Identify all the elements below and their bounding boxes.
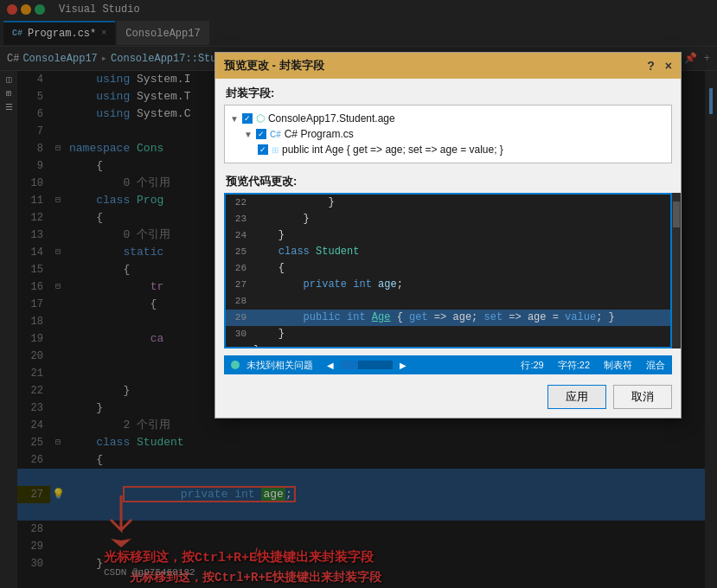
checkbox-1[interactable]: ✓ — [242, 113, 253, 124]
code-preview: 22 } 23 } 24 } 25 class Student 26 { — [224, 193, 672, 348]
cs-file-icon-2: C# — [270, 130, 281, 139]
progress-bar — [341, 361, 393, 369]
status-mode: 混合 — [646, 359, 665, 372]
preview-line-26: 26 { — [226, 260, 670, 277]
section2-label: 预览代码更改: — [215, 170, 681, 193]
cancel-button[interactable]: 取消 — [613, 385, 672, 409]
preview-line-30: 30 } — [226, 326, 670, 342]
modal-titlebar: 预览更改 - 封装字段 ? × — [215, 53, 681, 79]
modal-help-button[interactable]: ? — [647, 59, 655, 73]
preview-line-24: 24 } — [226, 227, 670, 244]
modal-status-right: 行:29 字符:22 制表符 混合 — [521, 359, 665, 372]
tree-item-1-text: ConsoleApp17.Student.age — [268, 112, 395, 125]
preview-scrollbar — [672, 193, 681, 348]
scroll-left-icon[interactable]: ◀ — [327, 361, 334, 370]
section1-label: 封装字段: — [215, 79, 681, 105]
modal-titlebar-controls: ? × — [647, 59, 672, 73]
tree-item-1: ▼ ✓ ⬡ ConsoleApp17.Student.age — [230, 111, 666, 126]
scroll-right-icon[interactable]: ▶ — [400, 361, 407, 370]
tree-item-2-text: C# Program.cs — [285, 128, 354, 140]
namespace-icon: ⬡ — [256, 112, 265, 125]
encapsulate-section: ▼ ✓ ⬡ ConsoleApp17.Student.age ▼ ✓ C# C#… — [224, 105, 672, 163]
status-encoding: 制表符 — [604, 359, 632, 372]
tree-arrow-1[interactable]: ▼ — [230, 114, 239, 124]
modal-status-bar: 未找到相关问题 ◀ ▶ 行:29 字符:22 制表符 混合 — [224, 355, 672, 374]
checkbox-3[interactable]: ✓ — [258, 144, 268, 155]
preview-line-29: 29 public int Age { get => age; set => a… — [226, 310, 670, 326]
encapsulate-field-dialog: 预览更改 - 封装字段 ? × 封装字段: ▼ ✓ ⬡ ConsoleApp17… — [214, 52, 682, 419]
preview-line-27: 27 private int age; — [226, 277, 670, 293]
status-no-issues: 未找到相关问题 — [246, 359, 313, 372]
code-preview-wrapper: 22 } 23 } 24 } 25 class Student 26 { — [215, 193, 681, 348]
method-icon: ⊞ — [272, 145, 278, 155]
status-ok-icon — [231, 361, 240, 369]
modal-title: 预览更改 - 封装字段 — [224, 58, 324, 74]
preview-line-22: 22 } — [226, 195, 670, 211]
modal-close-button[interactable]: × — [665, 59, 672, 73]
preview-line-31: 31 } — [226, 342, 670, 348]
preview-line-28: 28 — [226, 293, 670, 310]
tree-arrow-2[interactable]: ▼ — [244, 130, 253, 139]
tree-item-3: ✓ ⊞ public int Age { get => age; set => … — [230, 142, 666, 157]
status-col: 字符:22 — [558, 359, 590, 372]
apply-button[interactable]: 应用 — [547, 385, 606, 409]
status-row: 行:29 — [521, 359, 543, 372]
tree-item-3-text: public int Age { get => age; set => age … — [282, 144, 503, 156]
preview-scrollbar-thumb[interactable] — [673, 201, 680, 227]
preview-line-23: 23 } — [226, 211, 670, 227]
checkbox-2[interactable]: ✓ — [256, 129, 266, 139]
modal-buttons: 应用 取消 — [215, 381, 681, 418]
progress-fill — [341, 361, 358, 369]
tree-item-2: ▼ ✓ C# C# Program.cs — [230, 126, 666, 142]
preview-line-25: 25 class Student — [226, 244, 670, 260]
